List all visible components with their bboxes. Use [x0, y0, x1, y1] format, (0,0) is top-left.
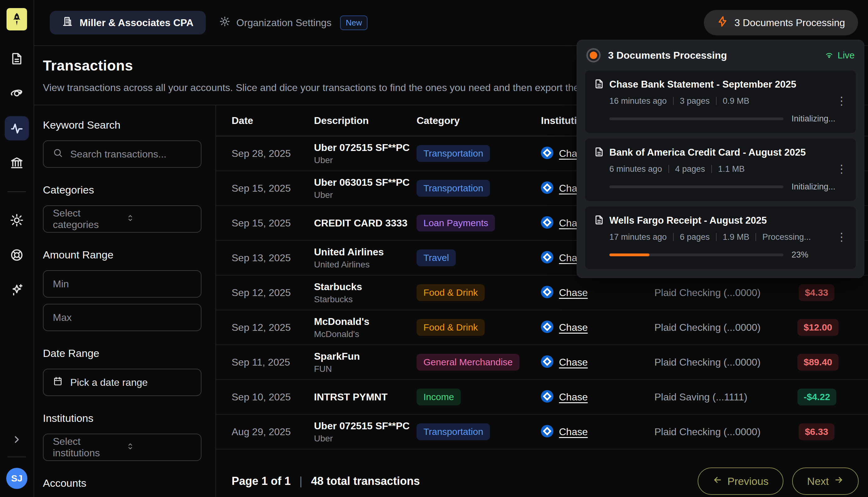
column-header: Date: [232, 115, 314, 126]
transaction-amount: $89.40: [797, 354, 868, 371]
amount-min-input[interactable]: [43, 270, 202, 298]
activity-icon: [10, 122, 24, 135]
transaction-date: Sep 28, 2025: [232, 148, 314, 159]
sidebar-item-ai[interactable]: [5, 278, 29, 302]
processing-document-card: Chase Bank Statement - September 2025 16…: [585, 71, 856, 133]
document-status: 23%: [791, 250, 808, 260]
arrow-right-icon: [834, 475, 844, 487]
sidebar-item-documents[interactable]: [5, 46, 29, 71]
file-icon: [10, 52, 24, 66]
transaction-description: Starbucks Starbucks: [314, 281, 417, 304]
transaction-description: Uber 072515 SF**PC Uber: [314, 420, 417, 443]
merchant-name: McDonald's: [314, 316, 417, 327]
chase-logo-icon: [541, 321, 553, 334]
meta-item: 3 pages: [680, 96, 710, 106]
wifi-icon: [825, 50, 834, 61]
progress-bar: [609, 185, 783, 188]
chase-logo-icon: [541, 181, 553, 195]
search-field: [43, 140, 202, 168]
meta-item: 6 minutes ago: [609, 164, 662, 174]
progress-bar: [609, 254, 783, 256]
category-badge: Travel: [417, 250, 456, 266]
categories-select[interactable]: Select categories: [43, 205, 202, 233]
gear-icon: [220, 16, 230, 29]
sidebar-divider: [8, 191, 26, 192]
transaction-description: United Airlines United Airlines: [314, 246, 417, 270]
amount-badge: -$4.22: [797, 388, 836, 406]
category-badge: Loan Payments: [417, 215, 495, 231]
institution-link[interactable]: Chase: [559, 392, 588, 403]
arrow-left-icon: [713, 475, 722, 487]
org-settings-label: Organization Settings: [236, 17, 331, 29]
keyword-search-label: Keyword Search: [43, 119, 202, 131]
progress-spinner-icon: [586, 48, 601, 62]
transaction-category: Income: [417, 388, 541, 406]
document-meta: 6 minutes ago4 pages1.1 MB⋮: [609, 164, 847, 174]
kebab-menu-icon[interactable]: ⋮: [836, 95, 847, 106]
meta-item: 16 minutes ago: [609, 96, 667, 106]
column-header: Category: [417, 115, 541, 126]
processing-document-card: Bank of America Credit Card - August 202…: [585, 139, 856, 201]
transaction-category: Transportation: [417, 423, 541, 440]
previous-page-button[interactable]: Previous: [698, 468, 783, 495]
merchant-subtitle: McDonald's: [314, 329, 417, 339]
institution-link[interactable]: Chase: [559, 287, 588, 299]
next-page-button[interactable]: Next: [792, 468, 859, 495]
live-status: Live: [825, 50, 855, 61]
date-range-picker[interactable]: Pick a date range: [43, 369, 202, 396]
sidebar-item-help[interactable]: [5, 243, 29, 267]
transaction-description: CREDIT CARD 3333: [314, 217, 417, 229]
institution-link[interactable]: Chase: [559, 322, 588, 333]
transaction-account: Plaid Checking (...0000): [655, 426, 797, 438]
table-row: Sep 12, 2025 McDonald's McDonald's Food …: [216, 310, 868, 345]
chase-logo-icon: [541, 286, 553, 299]
app-logo[interactable]: [6, 8, 27, 30]
transaction-description: McDonald's McDonald's: [314, 316, 417, 339]
org-settings-link[interactable]: Organization Settings New: [220, 16, 368, 30]
chevrons-up-down-icon: [126, 442, 192, 453]
merchant-subtitle: Uber: [314, 190, 417, 200]
chase-logo-icon: [541, 251, 553, 265]
progress-bar: [609, 117, 783, 120]
chevron-right-icon: [11, 434, 23, 445]
chase-logo-icon: [541, 147, 553, 160]
transaction-description: INTRST PYMNT: [314, 392, 417, 403]
institution-link[interactable]: Chase: [559, 357, 588, 368]
transaction-institution: Chase: [541, 286, 655, 299]
search-input[interactable]: [70, 148, 201, 160]
sidebar-item-sync[interactable]: [5, 81, 29, 105]
org-switcher-button[interactable]: Miller & Associates CPA: [50, 11, 206, 34]
institution-link[interactable]: Chase: [559, 426, 588, 438]
transaction-institution: Chase: [541, 390, 655, 404]
merchant-subtitle: FUN: [314, 364, 417, 374]
documents-processing-label: 3 Documents Processing: [734, 17, 845, 29]
accounts-label: Accounts: [43, 477, 202, 489]
chase-logo-icon: [541, 425, 553, 439]
transaction-description: Uber 072515 SF**PC Uber: [314, 142, 417, 165]
documents-processing-button[interactable]: 3 Documents Processing: [704, 10, 858, 36]
transaction-date: Sep 13, 2025: [232, 252, 314, 264]
chase-logo-icon: [541, 216, 553, 230]
transaction-account: Plaid Checking (...0000): [655, 357, 797, 368]
transaction-account: Plaid Checking (...0000): [655, 322, 797, 333]
category-badge: Transportation: [417, 145, 490, 162]
avatar[interactable]: SJ: [6, 468, 27, 489]
document-meta: 16 minutes ago3 pages0.9 MB⋮: [609, 95, 847, 106]
kebab-menu-icon[interactable]: ⋮: [836, 231, 847, 243]
sidebar-expand-button[interactable]: [5, 427, 29, 452]
merchant-name: Uber 072515 SF**PC: [314, 420, 417, 432]
transaction-amount: $6.33: [797, 423, 868, 440]
document-name: Bank of America Credit Card - August 202…: [609, 147, 806, 158]
org-name: Miller & Associates CPA: [80, 17, 193, 29]
date-range-placeholder: Pick a date range: [70, 377, 148, 388]
sidebar-item-settings[interactable]: [5, 208, 29, 232]
institutions-label: Institutions: [43, 412, 202, 424]
kebab-menu-icon[interactable]: ⋮: [836, 164, 847, 174]
sidebar-item-transactions[interactable]: [5, 116, 29, 140]
new-badge: New: [340, 16, 368, 30]
amount-max-input[interactable]: [43, 304, 202, 331]
sidebar-item-institutions[interactable]: [5, 151, 29, 175]
institutions-select[interactable]: Select institutions: [43, 434, 202, 461]
amount-badge: $6.33: [799, 423, 835, 440]
page-count: Page 1 of 1: [232, 474, 291, 488]
